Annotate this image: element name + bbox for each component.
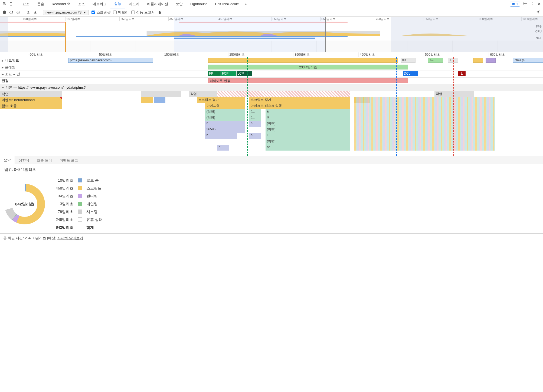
- flame-bar[interactable]: n: [205, 121, 246, 127]
- net-request-bar[interactable]: [208, 58, 398, 63]
- flame-bar[interactable]: n: [217, 145, 229, 151]
- flame-bar[interactable]: 스크립트 평가: [249, 97, 350, 103]
- tab-elements[interactable]: 요소: [19, 0, 33, 8]
- device-toggle-icon[interactable]: [9, 1, 14, 7]
- net-request-bar[interactable]: [486, 58, 496, 63]
- tab-security[interactable]: 보안: [172, 0, 187, 8]
- overview-selection[interactable]: [174, 17, 326, 52]
- inspect-icon[interactable]: [2, 1, 8, 7]
- close-icon[interactable]: ✕: [537, 1, 541, 6]
- flame-bar[interactable]: [141, 97, 153, 103]
- dtab-eventlog[interactable]: 이벤트 로그: [56, 156, 82, 164]
- flame-bar[interactable]: 마이…행: [205, 103, 246, 109]
- net-request-bar[interactable]: pfms (n: [513, 58, 543, 63]
- tab-network[interactable]: 네트워크: [89, 0, 110, 8]
- flame-bar[interactable]: 작업: [189, 91, 217, 97]
- tab-editthiscookie[interactable]: EditThisCookie: [211, 0, 243, 8]
- trash-icon[interactable]: [158, 10, 162, 15]
- load-marker[interactable]: L: [458, 71, 466, 76]
- overview-timeline[interactable]: 100밀리초 150밀리초 250밀리초 350밀리초 450밀리초 550밀리…: [0, 17, 543, 52]
- svg-point-4: [538, 11, 539, 12]
- legend-label: 로드 중: [86, 178, 103, 183]
- tab-recorder[interactable]: Recorder ⚗: [48, 0, 74, 8]
- tab-sources[interactable]: 소스: [74, 0, 89, 8]
- network-track[interactable]: ▶네트워크 pfms (new-m.pay.naver.com) me c… a…: [0, 57, 543, 64]
- main-thread-header[interactable]: ▼기본 — https://new-m.pay.naver.com/mydata…: [0, 84, 543, 91]
- net-request-bar[interactable]: [473, 58, 483, 63]
- flame-bar[interactable]: R: [266, 115, 350, 121]
- summary-range: 범위: 0~842밀리초: [4, 167, 539, 172]
- tracks-container: ▶네트워크 pfms (new-m.pay.naver.com) me c… a…: [0, 57, 543, 156]
- dtab-calltree[interactable]: 호출 트리: [33, 156, 56, 164]
- flame-bar[interactable]: (익명): [205, 109, 246, 115]
- frame-bar[interactable]: 233.4밀리초: [208, 65, 408, 69]
- tabs-overflow-icon[interactable]: »: [243, 2, 249, 6]
- tab-console[interactable]: 콘솔: [33, 0, 48, 8]
- flame-bar[interactable]: a: [266, 109, 350, 115]
- flame-bar[interactable]: 작업: [434, 91, 475, 97]
- flame-call[interactable]: 함수 호출: [0, 103, 62, 109]
- frames-track[interactable]: ▶프레임 233.4밀리초: [0, 64, 543, 71]
- layout-shift-bar[interactable]: 레이아웃 변경: [208, 78, 408, 83]
- fcp-marker[interactable]: FCP: [221, 71, 236, 76]
- target-selector[interactable]: new-m.pay.naver.com #3▼: [43, 10, 89, 15]
- svg-rect-0: [10, 2, 12, 5]
- detail-tabs: 요약 상향식 호출 트리 이벤트 로그: [0, 156, 543, 164]
- tab-performance[interactable]: 성능: [110, 0, 125, 8]
- fp-marker[interactable]: FP: [208, 71, 221, 76]
- long-task-indicator: [0, 22, 65, 23]
- divider: [17, 2, 17, 6]
- net-request-bar[interactable]: c…: [428, 58, 443, 63]
- net-request-bar[interactable]: a: [448, 58, 458, 63]
- dtab-summary[interactable]: 요약: [0, 156, 15, 164]
- flame-bar[interactable]: n: [249, 133, 261, 139]
- download-icon[interactable]: [33, 10, 37, 15]
- learn-more-link[interactable]: 자세히 알아보기: [57, 236, 83, 240]
- dtab-bottomup[interactable]: 상향식: [15, 156, 33, 164]
- flame-bar[interactable]: (익명): [266, 121, 350, 127]
- overview-dim-right: [391, 17, 543, 52]
- flame-bar[interactable]: (익명): [266, 127, 350, 133]
- flame-bar[interactable]: l: [266, 133, 350, 139]
- tab-lighthouse[interactable]: Lighthouse: [187, 0, 211, 8]
- flame-bar[interactable]: n: [205, 133, 237, 139]
- legend-time: 10밀리초: [56, 178, 73, 183]
- flame-bar[interactable]: (…: [249, 109, 261, 115]
- flame-bar[interactable]: [154, 97, 166, 103]
- legend-time: 248밀리초: [56, 217, 73, 222]
- flame-bar[interactable]: 마이크로 태스크 실행: [249, 103, 350, 109]
- lcp-marker[interactable]: LCP: [237, 71, 251, 76]
- env-track[interactable]: 환경 레이아웃 변경: [0, 78, 543, 84]
- clear-icon[interactable]: [16, 10, 20, 15]
- tab-memory[interactable]: 메모리: [125, 0, 143, 8]
- flame-bar[interactable]: 36595: [205, 127, 246, 133]
- record-button[interactable]: [3, 11, 6, 14]
- flame-bar[interactable]: [217, 91, 350, 97]
- flame-event[interactable]: 이벤트: beforeunload: [0, 97, 62, 103]
- memory-checkbox[interactable]: 메모리: [113, 10, 129, 15]
- marker: [315, 22, 315, 52]
- flame-bar[interactable]: he: [266, 145, 350, 151]
- reload-record-icon[interactable]: [9, 10, 13, 15]
- timing-track[interactable]: ▶소요 시간 FP FCP LCP DCL L: [0, 71, 543, 78]
- issues-badge[interactable]: 1: [510, 2, 520, 6]
- flame-task[interactable]: 작업: [0, 91, 62, 97]
- more-icon[interactable]: ⋮: [530, 1, 535, 7]
- perf-report-checkbox[interactable]: 성능 보고서: [131, 10, 155, 15]
- screenshots-checkbox[interactable]: 스크린샷: [91, 10, 110, 15]
- settings-icon[interactable]: [523, 1, 527, 6]
- legend-time: 34밀리초: [56, 194, 73, 199]
- upload-icon[interactable]: [26, 10, 30, 15]
- dcl-marker[interactable]: DCL: [403, 71, 418, 76]
- flame-chart[interactable]: 작업 이벤트: beforeunload 함수 호출 작업 작업 스크립트 평가…: [0, 91, 543, 156]
- flame-bar[interactable]: n: [249, 121, 261, 127]
- flame-bar[interactable]: 스크립트 평가: [197, 97, 245, 103]
- tab-application[interactable]: 애플리케이션: [143, 0, 172, 8]
- flame-bar[interactable]: (익명): [266, 139, 350, 145]
- net-request-bar[interactable]: me: [401, 58, 416, 63]
- flame-bar[interactable]: (…: [249, 115, 261, 121]
- flame-bar[interactable]: [141, 91, 181, 97]
- net-request-bar[interactable]: pfms (new-m.pay.naver.com): [68, 58, 153, 63]
- flame-bar[interactable]: (익명): [205, 115, 246, 121]
- capture-settings-icon[interactable]: [536, 10, 540, 15]
